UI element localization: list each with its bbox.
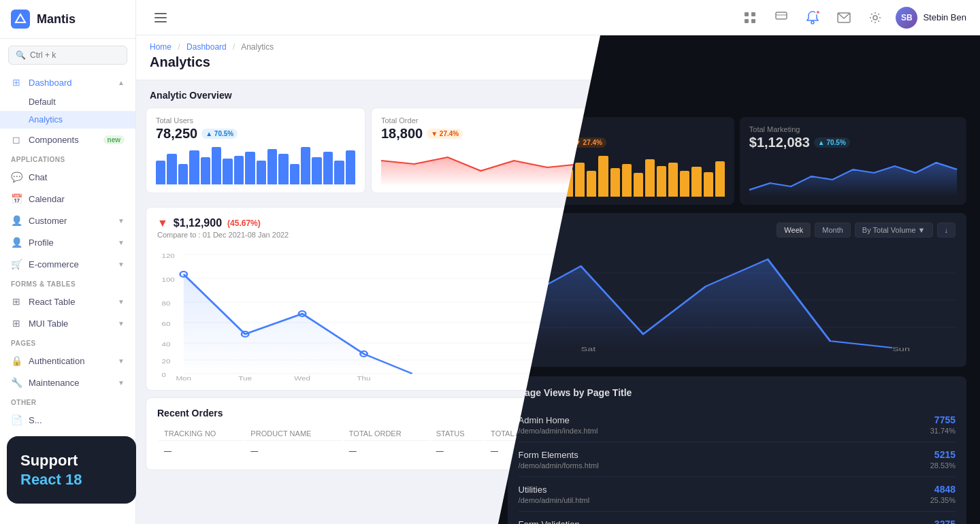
support-react-popup[interactable]: Support React 18 (7, 436, 136, 504)
sidebar-item-label: Dashboard (29, 78, 72, 88)
sidebar-logo: Mantis (0, 0, 135, 39)
chevron-down-icon: ▼ (118, 357, 125, 365)
search-input[interactable] (30, 50, 120, 60)
pv-page-path: /demo/admin/forms.html (519, 461, 599, 470)
sidebar-item-label: Maintenance (29, 378, 79, 388)
settings-icon[interactable] (864, 7, 886, 29)
sidebar-item-profile[interactable]: 👤 Profile ▼ (0, 231, 135, 253)
pv-count: 7755 (930, 414, 956, 425)
svg-text:120: 120 (161, 252, 175, 259)
chevron-down-icon: ▼ (118, 261, 125, 268)
page-header: Home / Dashboard / Analytics Analytics (136, 35, 600, 80)
page-views-section: Page Views by Page Title Admin Home /dem… (508, 376, 966, 524)
sidebar-item-chat[interactable]: 💬 Chat (0, 166, 135, 188)
dark-income-controls: Week Month By Total Volume ▼ ↓ (519, 223, 956, 238)
svg-rect-8 (776, 12, 787, 19)
svg-text:100: 100 (161, 276, 175, 283)
sidebar-item-label: Components (29, 135, 79, 145)
breadcrumb-home[interactable]: Home (150, 42, 172, 52)
stat-card-users: Total Users 78,250 ▲ 70.5% (146, 108, 365, 193)
marketing-chart (749, 156, 957, 197)
sidebar-item-mui-table[interactable]: ⊞ MUI Table ▼ (0, 312, 135, 334)
chevron-down-icon: ▼ (118, 298, 125, 306)
pv-row-admin-home: Admin Home /demo/admin/index.html 7755 3… (519, 408, 956, 442)
topbar: SB Stebin Ben (136, 0, 980, 35)
income-overview-section: ▼ $1,12,900 (45.67%) Compare to : 01 Dec… (146, 207, 591, 391)
topbar-left (150, 7, 172, 29)
svg-text:Sun: Sun (892, 346, 910, 353)
notification-icon[interactable] (802, 7, 823, 29)
sidebar-subitem-default[interactable]: Default (0, 93, 135, 111)
chevron-up-icon: ▲ (118, 79, 125, 86)
support-title: Support (20, 451, 122, 471)
dark-line-chart: Fri Sat Sun (519, 246, 956, 355)
breadcrumb-dashboard[interactable]: Dashboard (186, 42, 227, 52)
chevron-down-icon: ▼ (118, 217, 125, 225)
app-name: Mantis (37, 12, 76, 27)
week-button[interactable]: Week (777, 223, 811, 238)
user-avatar[interactable]: SB Stebin Ben (896, 7, 966, 29)
svg-rect-6 (745, 19, 749, 23)
calendar-icon: 📅 (11, 193, 22, 204)
svg-rect-5 (751, 12, 755, 16)
pv-count: 5215 (930, 449, 956, 460)
dashboard-icon: ⊞ (11, 77, 22, 88)
marketing-badge: ▲ 70.5% (814, 137, 850, 148)
users-badge: ▲ 70.5% (201, 129, 238, 139)
svg-text:80: 80 (161, 300, 170, 307)
sidebar-item-components[interactable]: ◻ Components new (0, 129, 135, 150)
sidebar-item-customer[interactable]: 👤 Customer ▼ (0, 210, 135, 231)
chat-icon: 💬 (11, 171, 22, 182)
month-button[interactable]: Month (815, 223, 851, 238)
sidebar-item-calendar[interactable]: 📅 Calendar (0, 188, 135, 210)
users-bar-chart (156, 147, 355, 184)
user-name: Stebin Ben (923, 12, 966, 22)
section-applications: Applications (0, 150, 135, 166)
svg-text:Wed: Wed (294, 375, 310, 382)
chevron-down-icon: ▼ (118, 239, 125, 246)
sidebar-item-label: React Table (29, 297, 75, 307)
profile-icon: 👤 (11, 237, 22, 248)
svg-text:0: 0 (161, 372, 166, 378)
sidebar-item-ecommerce[interactable]: 🛒 E-commerce ▼ (0, 253, 135, 275)
svg-rect-4 (745, 12, 749, 16)
pv-pct: 31.74% (930, 427, 956, 435)
pv-pct: 28.53% (930, 461, 956, 470)
sidebar-search-box[interactable]: 🔍 (8, 46, 127, 65)
sidebar-item-label: Authentication (29, 356, 84, 366)
mail-icon[interactable] (833, 7, 855, 29)
components-icon: ◻ (11, 134, 22, 145)
content-wrapper: Total Sales $35,078 ▼ 27.4% Total Market… (136, 35, 980, 524)
order-label: Total Order (381, 116, 581, 125)
download-button[interactable]: ↓ (937, 223, 956, 238)
table-icon: ⊞ (11, 318, 22, 329)
pv-page-name: Form Elements (519, 450, 599, 460)
svg-text:40: 40 (161, 341, 170, 348)
sidebar-item-react-table[interactable]: ⊞ React Table ▼ (0, 291, 135, 312)
pv-page-name: Form Validation (519, 519, 612, 525)
menu-toggle-icon[interactable] (150, 7, 172, 29)
income-compare: Compare to : 01 Dec 2021-08 Jan 2022 (157, 231, 289, 239)
col-product: PRODUCT NAME (245, 427, 342, 441)
card-icon[interactable] (770, 7, 792, 29)
page-icon: 📄 (11, 414, 22, 425)
sidebar-subitem-analytics[interactable]: Analytics (0, 111, 135, 129)
notification-dot (815, 10, 821, 15)
breadcrumb-current: Analytics (241, 42, 274, 52)
pv-count: 3275 (930, 519, 956, 524)
sidebar-item-maintenance[interactable]: 🔧 Maintenance ▼ (0, 372, 135, 393)
svg-text:Thu: Thu (357, 375, 371, 382)
pv-page-path: /demo/admin/index.html (519, 427, 598, 435)
sidebar-item-authentication[interactable]: 🔒 Authentication ▼ (0, 350, 135, 372)
dark-income-chart: Week Month By Total Volume ▼ ↓ (508, 213, 966, 367)
apps-icon[interactable] (739, 7, 761, 29)
svg-rect-7 (751, 19, 755, 23)
svg-marker-0 (16, 14, 25, 22)
dark-card-total-marketing: Total Marketing $1,12,083 ▲ 70.5% (740, 117, 966, 205)
income-value: ▼ $1,12,900 (45.67%) (157, 217, 289, 229)
sidebar-item-sample[interactable]: 📄 S... (0, 409, 135, 431)
volume-button[interactable]: By Total Volume ▼ (855, 223, 933, 238)
sidebar-item-dashboard[interactable]: ⊞ Dashboard ▲ (0, 71, 135, 93)
svg-rect-3 (154, 21, 167, 22)
topbar-right: SB Stebin Ben (739, 7, 966, 29)
